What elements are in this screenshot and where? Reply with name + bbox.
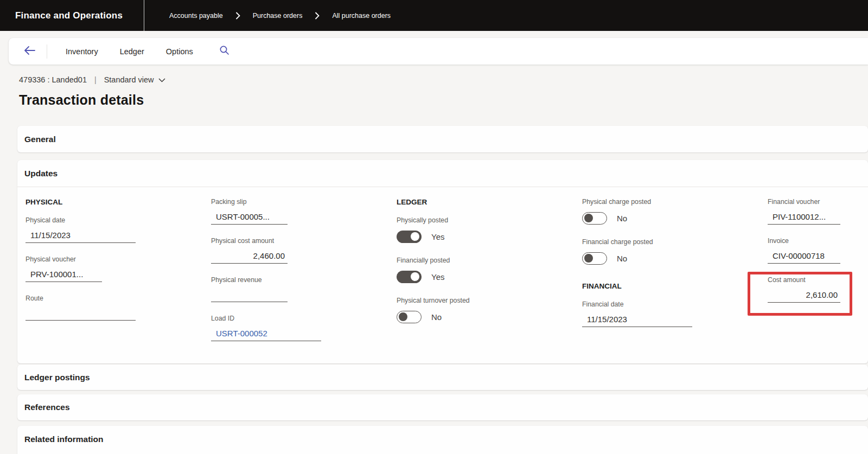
chevron-right-icon <box>235 12 240 20</box>
financially-posted-toggle[interactable] <box>397 271 422 283</box>
page-title: Transaction details <box>19 92 144 108</box>
load-id-label: Load ID <box>211 315 321 323</box>
breadcrumb-accounts-payable[interactable]: Accounts payable <box>169 12 223 20</box>
action-toolbar: Inventory Ledger Options <box>9 38 868 65</box>
physical-cost-amount-field: Physical cost amount 2,460.00 <box>211 237 321 264</box>
toggle-knob <box>411 232 419 241</box>
physical-turnover-posted-state: No <box>431 312 442 322</box>
section-general: General <box>17 126 868 152</box>
load-id-field: Load ID USRT-000052 <box>211 315 321 341</box>
back-button[interactable] <box>21 43 39 60</box>
view-selector[interactable]: Standard view <box>104 75 165 84</box>
section-updates: Updates PHYSICAL Physical date 11/15/202… <box>17 160 868 363</box>
top-navigation-bar: Finance and Operations Accounts payable … <box>0 0 868 31</box>
toggle-knob <box>411 272 419 281</box>
physical-cost-amount-label: Physical cost amount <box>211 237 321 245</box>
column-physical: PHYSICAL Physical date 11/15/2023 Physic… <box>25 198 136 333</box>
financially-posted-group: Financially posted Yes <box>397 257 507 285</box>
financial-voucher-field: Financial voucher PIV-1100012... <box>768 198 868 225</box>
financial-date-label: Financial date <box>582 300 692 309</box>
menu-inventory[interactable]: Inventory <box>58 43 106 60</box>
physical-voucher-label: Physical voucher <box>25 255 136 264</box>
menu-ledger[interactable]: Ledger <box>112 43 152 60</box>
financially-posted-state: Yes <box>431 272 444 282</box>
physically-posted-toggle[interactable] <box>397 231 422 243</box>
breadcrumb-all-purchase-orders[interactable]: All purchase orders <box>332 12 391 20</box>
physical-voucher-input[interactable]: PRV-100001... <box>25 267 102 282</box>
physical-revenue-input[interactable] <box>211 288 288 302</box>
financial-date-field: Financial date 11/15/2023 <box>582 300 692 327</box>
financial-voucher-input[interactable]: PIV-1100012... <box>768 210 840 225</box>
search-icon <box>219 45 229 57</box>
financial-charge-posted-label: Financial charge posted <box>582 238 692 246</box>
updates-content: PHYSICAL Physical date 11/15/2023 Physic… <box>17 187 868 354</box>
column-charges-financial: Physical charge posted No Financial char… <box>582 198 692 340</box>
financial-charge-posted-toggle[interactable] <box>582 252 607 265</box>
record-header: 479336 : Landed01 | Standard view <box>19 75 165 84</box>
back-arrow-icon <box>24 46 36 57</box>
breadcrumb: Accounts payable Purchase orders All pur… <box>169 0 391 31</box>
physical-date-label: Physical date <box>25 216 136 225</box>
app-title: Finance and Operations <box>0 0 144 31</box>
packing-slip-label: Packing slip <box>211 198 321 206</box>
financial-group-heading: FINANCIAL <box>582 282 692 292</box>
breadcrumb-purchase-orders[interactable]: Purchase orders <box>253 12 303 20</box>
physical-revenue-label: Physical revenue <box>211 276 321 284</box>
section-ledger-postings-header[interactable]: Ledger postings <box>17 365 868 390</box>
financial-date-input[interactable]: 11/15/2023 <box>582 312 692 327</box>
physical-turnover-posted-toggle[interactable] <box>397 311 422 323</box>
physical-group-heading: PHYSICAL <box>25 198 136 208</box>
packing-slip-input[interactable]: USRT-00005... <box>211 210 288 225</box>
physical-date-input[interactable]: 11/15/2023 <box>25 228 136 243</box>
cost-amount-wrapper: Cost amount 2,610.00 <box>768 276 868 303</box>
section-general-header[interactable]: General <box>17 126 868 152</box>
financial-voucher-label: Financial voucher <box>768 198 868 206</box>
record-separator: | <box>94 75 97 84</box>
packing-slip-field: Packing slip USRT-00005... <box>211 198 321 225</box>
financial-charge-posted-state: No <box>617 254 627 263</box>
chevron-right-icon <box>315 12 320 20</box>
route-field: Route <box>25 295 136 321</box>
financially-posted-label: Financially posted <box>397 257 507 265</box>
section-related-information-header[interactable]: Related information <box>17 426 868 452</box>
load-id-link[interactable]: USRT-000052 <box>211 327 321 341</box>
physical-charge-posted-state: No <box>617 214 627 223</box>
column-financial-voucher: Financial voucher PIV-1100012... Invoice… <box>768 198 868 315</box>
view-selector-label: Standard view <box>104 75 154 84</box>
physical-date-field: Physical date 11/15/2023 <box>25 216 136 243</box>
column-ledger: LEDGER Physically posted Yes Financially… <box>397 198 507 337</box>
physical-turnover-posted-label: Physical turnover posted <box>397 297 507 305</box>
ledger-group-heading: LEDGER <box>397 198 507 208</box>
cost-amount-label: Cost amount <box>768 276 868 284</box>
invoice-field: Invoice CIV-00000718 <box>768 237 868 264</box>
invoice-input[interactable]: CIV-00000718 <box>768 249 840 264</box>
physically-posted-label: Physically posted <box>397 216 507 225</box>
column-physical-amounts: Packing slip USRT-00005... Physical cost… <box>211 198 321 354</box>
physical-charge-posted-group: Physical charge posted No <box>582 198 692 226</box>
financial-charge-posted-group: Financial charge posted No <box>582 238 692 266</box>
record-id: 479336 : Landed01 <box>19 75 87 84</box>
route-label: Route <box>25 295 136 303</box>
section-ledger-postings: Ledger postings <box>17 365 868 390</box>
toolbar-divider <box>47 44 47 59</box>
cost-amount-field: Cost amount 2,610.00 <box>768 276 868 303</box>
cost-amount-input[interactable]: 2,610.00 <box>768 288 840 303</box>
invoice-label: Invoice <box>768 237 868 245</box>
route-input[interactable] <box>25 306 136 321</box>
section-references: References <box>17 394 868 420</box>
section-related-information: Related information <box>17 426 868 454</box>
section-references-header[interactable]: References <box>17 394 868 420</box>
search-button[interactable] <box>215 42 234 60</box>
toggle-knob <box>584 254 593 263</box>
physical-charge-posted-label: Physical charge posted <box>582 198 692 206</box>
physical-cost-amount-input[interactable]: 2,460.00 <box>211 249 288 264</box>
toggle-knob <box>584 214 593 222</box>
physical-charge-posted-toggle[interactable] <box>582 212 607 225</box>
toggle-knob <box>399 312 407 321</box>
section-updates-header[interactable]: Updates <box>17 160 868 187</box>
menu-options[interactable]: Options <box>158 43 201 60</box>
physical-voucher-field: Physical voucher PRV-100001... <box>25 255 136 282</box>
physically-posted-group: Physically posted Yes <box>397 216 507 245</box>
chevron-down-icon <box>158 75 165 84</box>
physically-posted-state: Yes <box>431 232 444 241</box>
